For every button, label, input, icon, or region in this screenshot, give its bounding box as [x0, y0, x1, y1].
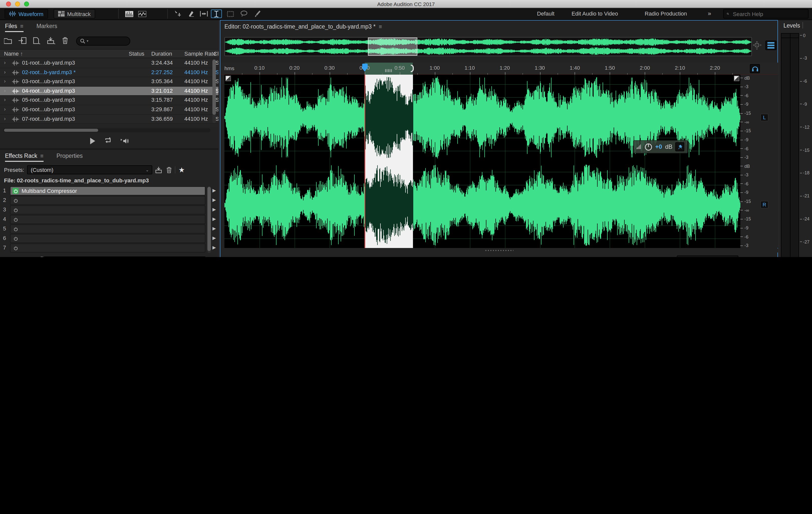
pin-hud-icon[interactable]: [675, 142, 685, 151]
time-selection-tool[interactable]: [211, 9, 222, 18]
preview-zoom-dropdown[interactable]: Independent ⌄: [677, 256, 738, 257]
table-row[interactable]: ›02-root...b-yard.mp3 *2:27.25244100 HzS: [0, 68, 219, 77]
selection-end-handle[interactable]: [411, 65, 414, 72]
presets-dropdown[interactable]: (Custom) ⌄: [27, 165, 152, 174]
column-name[interactable]: Name ↑: [4, 51, 23, 57]
import-file-icon[interactable]: [19, 37, 27, 44]
table-row[interactable]: ›07-root...ub-yard.mp33:36.65944100 HzS: [0, 114, 219, 124]
tab-effects-rack[interactable]: Effects Rack ≡: [5, 153, 44, 159]
auto-play-speaker-icon[interactable]: [121, 138, 129, 144]
zoom-navigate-icon[interactable]: [753, 41, 761, 50]
slot-options-arrow-icon[interactable]: ▶: [212, 226, 216, 231]
column-sample-rate[interactable]: Sample Rate: [184, 51, 216, 57]
files-horizontal-scrollbar-thumb[interactable]: [4, 129, 98, 132]
gain-hud[interactable]: +0 dB: [633, 140, 688, 153]
slip-tool[interactable]: [198, 9, 209, 18]
slot-options-arrow-icon[interactable]: ▶: [212, 217, 216, 222]
ruler-selection-range[interactable]: [365, 63, 413, 75]
files-vertical-scrollbar-thumb[interactable]: [212, 60, 216, 115]
slot-options-arrow-icon[interactable]: ▶: [212, 188, 216, 193]
slots-scrollbar-thumb[interactable]: [207, 187, 211, 251]
main-waveform-display[interactable]: [225, 75, 741, 248]
selection-grip[interactable]: [385, 69, 392, 72]
timeline-ruler[interactable]: hms 0:100:200:300:400:501:001:101:201:30…: [221, 63, 778, 75]
delete-preset-trash-icon[interactable]: [167, 167, 172, 173]
expand-chevron-icon[interactable]: ›: [4, 78, 6, 84]
workspace-item[interactable]: Default: [537, 10, 554, 17]
effect-power-toggle[interactable]: [12, 197, 19, 203]
razor-tool[interactable]: [185, 9, 196, 18]
column-duration[interactable]: Duration: [151, 51, 172, 57]
hud-gain-value[interactable]: +0: [655, 143, 662, 150]
new-file-icon[interactable]: [33, 37, 40, 44]
expand-chevron-icon[interactable]: ›: [4, 88, 6, 93]
gain-knob-icon[interactable]: [645, 143, 652, 150]
effect-power-toggle[interactable]: [12, 217, 19, 223]
tab-properties[interactable]: Properties: [57, 153, 83, 159]
move-tool[interactable]: [172, 9, 183, 18]
slot-options-arrow-icon[interactable]: ▶: [212, 207, 216, 212]
panel-menu-icon[interactable]: ≡: [20, 23, 24, 29]
show-preview-editor-toggle[interactable]: [765, 40, 777, 50]
save-preset-icon[interactable]: [155, 167, 164, 173]
table-row[interactable]: ›06-root...ub-yard.mp33:29.86744100 HzS: [0, 105, 219, 114]
effect-power-toggle[interactable]: [12, 226, 19, 232]
corner-grabber[interactable]: [734, 76, 740, 81]
table-row[interactable]: ›05-root...ub-yard.mp33:15.78744100 HzS: [0, 96, 219, 105]
workspace-item[interactable]: Radio Production: [645, 10, 687, 17]
effect-power-toggle[interactable]: [12, 188, 19, 194]
slot-options-arrow-icon[interactable]: ▶: [212, 197, 216, 202]
spectral-display-toggle[interactable]: [137, 9, 148, 18]
column-channels[interactable]: Cha: [213, 51, 219, 57]
expand-chevron-icon[interactable]: ›: [4, 69, 6, 75]
favorite-star-icon[interactable]: ★: [179, 166, 185, 173]
tab-files[interactable]: Files ≡: [5, 23, 23, 29]
tab-markers[interactable]: Markers: [36, 23, 57, 29]
more-workspaces-button[interactable]: »: [708, 10, 711, 17]
expand-chevron-icon[interactable]: ›: [4, 97, 6, 103]
help-search-box[interactable]: [723, 9, 809, 19]
column-status[interactable]: Status: [129, 51, 144, 57]
effect-slot[interactable]: 2▶: [0, 196, 219, 205]
effect-power-toggle[interactable]: [12, 207, 19, 213]
lasso-selection-tool[interactable]: [238, 9, 250, 18]
effect-power-toggle[interactable]: [12, 235, 19, 241]
table-row[interactable]: ›03-root...ub-yard.mp33:05.36444100 HzS: [0, 77, 219, 86]
right-channel-button[interactable]: R: [760, 201, 768, 208]
expand-chevron-icon[interactable]: ›: [4, 115, 6, 121]
effect-slot[interactable]: 7▶: [0, 244, 219, 253]
paintbrush-tool[interactable]: [252, 9, 263, 18]
slot-options-arrow-icon[interactable]: ▶: [212, 245, 216, 250]
open-file-icon[interactable]: [4, 37, 12, 44]
slot-options-arrow-icon[interactable]: ▶: [212, 235, 216, 240]
marquee-selection-tool[interactable]: [225, 9, 236, 18]
multitrack-view-button[interactable]: Multitrack: [54, 9, 95, 19]
effect-slot[interactable]: 4▶: [0, 215, 219, 224]
effect-slot[interactable]: 5▶: [0, 224, 219, 233]
panel-menu-icon[interactable]: ≡: [379, 24, 382, 30]
panel-menu-icon[interactable]: ≡: [40, 153, 44, 159]
effect-slot[interactable]: 3▶: [0, 205, 219, 215]
help-search-input[interactable]: [732, 10, 805, 17]
workspace-item[interactable]: Edit Audio to Video: [572, 10, 618, 17]
expand-chevron-icon[interactable]: ›: [4, 106, 6, 112]
loop-playback-icon[interactable]: [104, 137, 112, 144]
overview-strip[interactable]: [225, 37, 752, 56]
play-icon[interactable]: [90, 138, 95, 144]
delete-trash-icon[interactable]: [62, 37, 68, 44]
files-column-header[interactable]: Name ↑ Status Duration Sample Rate Cha: [0, 49, 219, 58]
corner-grabber[interactable]: [225, 76, 231, 81]
save-import-icon[interactable]: [47, 37, 56, 44]
effect-power-toggle[interactable]: [12, 245, 19, 251]
playhead-marker[interactable]: [362, 63, 368, 75]
editor-preview-splitter[interactable]: [221, 249, 778, 253]
monitor-headphones-icon[interactable]: [750, 64, 760, 73]
left-channel-button[interactable]: L: [760, 114, 768, 121]
waveform-display-toggle[interactable]: [124, 9, 135, 18]
effect-slot[interactable]: 1Multiband Compressor▶: [0, 187, 219, 195]
levels-meter[interactable]: [781, 33, 799, 257]
effect-slot[interactable]: 6▶: [0, 234, 219, 243]
table-row[interactable]: ›04-root...ub-yard.mp33:21.01244100 HzS: [0, 87, 219, 96]
files-search-box[interactable]: ▾: [76, 36, 130, 46]
waveform-view-button[interactable]: Waveform: [4, 9, 48, 19]
